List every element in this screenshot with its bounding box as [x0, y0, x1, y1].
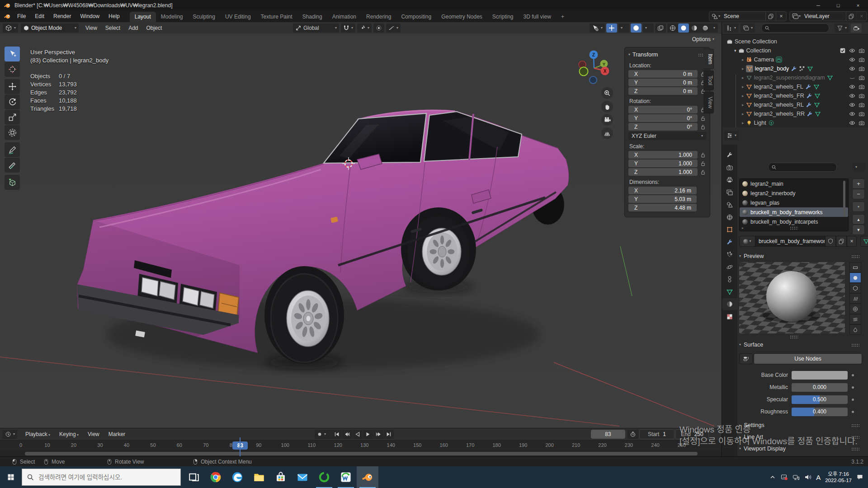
options-button[interactable]: Options▾ [692, 36, 714, 42]
orientation-dropdown[interactable]: Global ▾ [293, 23, 339, 33]
tool-select-box[interactable] [5, 47, 20, 61]
rotation-z-field[interactable]: Z0° [628, 123, 698, 131]
outliner-row-legran2_body[interactable]: ▸legran2_body [722, 64, 868, 73]
list-resize-grip[interactable] [790, 226, 798, 230]
volume-icon[interactable] [804, 474, 811, 481]
properties-tab-scene[interactable] [722, 199, 737, 211]
viewlayer-copy-button[interactable] [846, 12, 856, 21]
camera-toggle-icon[interactable] [859, 75, 865, 81]
camera-toggle-icon[interactable] [859, 93, 865, 99]
shading-wireframe-button[interactable] [667, 23, 678, 33]
dimensions-z-field[interactable]: Z4.48 m [628, 204, 697, 211]
tool-scale[interactable] [5, 110, 20, 125]
falloff-dropdown[interactable]: ▾ [386, 23, 401, 33]
properties-tab-particles[interactable] [722, 249, 737, 260]
eye-toggle-icon[interactable] [849, 84, 855, 90]
camera-toggle-icon[interactable] [859, 111, 865, 117]
maximize-button[interactable]: □ [828, 0, 848, 10]
line-art-section-header[interactable]: ▸Line Art [739, 433, 861, 441]
tab-modeling[interactable]: Modeling [156, 12, 188, 22]
lock-icon[interactable] [700, 124, 706, 130]
timeline-editor-type-button[interactable]: ▾ [3, 430, 17, 439]
tab-sculpting[interactable]: Sculpting [188, 12, 220, 22]
slot-move-down-button[interactable]: ▼ [852, 225, 865, 235]
settings-section-header[interactable]: ▸Settings [739, 421, 861, 429]
preview-resize-grip[interactable] [790, 335, 798, 338]
taskbar-search[interactable] [22, 469, 181, 486]
outliner-item-label[interactable]: Light [754, 120, 766, 126]
collapse-icon[interactable]: ▾ [628, 53, 630, 56]
disclosure-icon[interactable]: ▸ [742, 112, 744, 116]
preview-type-cloth-button[interactable] [849, 314, 861, 324]
slot-expand-icon[interactable]: ▸ [742, 226, 744, 230]
outliner-row-scene-collection[interactable]: Scene Collection [722, 37, 868, 46]
play-button[interactable] [363, 430, 373, 439]
outliner-search[interactable] [761, 23, 829, 33]
xray-toggle[interactable] [655, 23, 666, 33]
next-keyframe-button[interactable] [373, 430, 383, 439]
eye-toggle-icon[interactable] [849, 93, 855, 99]
network-icon[interactable] [793, 474, 800, 481]
snap-target-dropdown[interactable]: ▾ [357, 23, 372, 33]
properties-tab-world[interactable] [722, 211, 737, 223]
shading-dropdown[interactable]: ▾ [711, 23, 718, 33]
properties-tab-constraint[interactable] [722, 273, 737, 285]
camera-toggle-icon[interactable] [859, 120, 865, 126]
ime-indicator[interactable]: A [816, 474, 821, 481]
properties-tab-render[interactable] [722, 162, 737, 174]
slot-list-scrollbar[interactable] [843, 181, 845, 217]
menu-render[interactable]: Render [49, 10, 75, 22]
lock-icon[interactable] [700, 152, 706, 158]
close-button[interactable]: × [848, 0, 868, 10]
scene-selector[interactable]: ▾ Scene × [709, 11, 787, 21]
scene-unlink-button[interactable]: × [776, 12, 786, 21]
menu-help[interactable]: Help [104, 10, 124, 22]
properties-tab-viewlayer[interactable] [722, 187, 737, 198]
slot-move-up-button[interactable]: ▲ [852, 214, 865, 225]
animate-dot[interactable] [852, 386, 854, 389]
taskbar-app-store[interactable] [270, 466, 292, 488]
snap-toggle[interactable]: ▾ [341, 23, 355, 33]
tool-add-cube[interactable] [5, 175, 20, 190]
material-slot-3[interactable]: legvan_plas [740, 198, 848, 207]
tab-uv-editing[interactable]: UV Editing [220, 12, 256, 22]
eye-toggle-icon[interactable] [849, 66, 855, 72]
eye-toggle-icon[interactable] [849, 111, 855, 117]
tab-layout[interactable]: Layout [130, 12, 156, 22]
outliner-row-collection[interactable]: ▾Collection [722, 46, 868, 55]
start-button[interactable] [0, 466, 22, 488]
end-frame-field[interactable]: End250 [675, 429, 709, 439]
scale-z-field[interactable]: Z1.000 [628, 168, 698, 176]
properties-tab-tool[interactable] [722, 149, 737, 161]
tab-shading[interactable]: Shading [297, 12, 327, 22]
outliner-editor-type-button[interactable]: ▾ [724, 23, 738, 33]
timeline-menu-view[interactable]: View [83, 428, 104, 440]
viewlayer-selector[interactable]: ▾ ViewLayer × [789, 11, 867, 21]
mode-dropdown[interactable]: Object Mode ▾ [21, 23, 79, 33]
disclosure-icon[interactable]: ▸ [742, 85, 744, 89]
blender-menu-icon[interactable] [4, 13, 11, 20]
tool-measure[interactable] [5, 158, 20, 173]
material-name-field[interactable]: bruckell_m_body_framewor... [755, 236, 825, 247]
eye-toggle-icon[interactable] [849, 102, 855, 108]
camera-toggle-icon[interactable] [859, 102, 865, 108]
jump-to-end-button[interactable] [384, 430, 394, 439]
camera-toggle-icon[interactable] [859, 56, 865, 63]
outliner-row-legran2_wheels_fr[interactable]: ▸legran2_wheels_FR [722, 91, 868, 100]
location-y-field[interactable]: Y0 m [628, 79, 698, 86]
taskbar-app-edge[interactable] [226, 466, 248, 488]
navigation-gizmo[interactable]: Z Y X [578, 47, 618, 87]
animate-dot[interactable] [852, 399, 854, 401]
disclosure-icon[interactable]: ▾ [734, 49, 736, 53]
disclosure-icon[interactable]: ▸ [742, 58, 744, 62]
properties-tab-texture[interactable] [722, 311, 737, 323]
jump-to-start-button[interactable] [332, 430, 342, 439]
outliner-filter-button[interactable]: ▾ [835, 23, 849, 33]
playhead-line[interactable] [240, 437, 241, 457]
outliner-item-label[interactable]: legran2_wheels_FL [754, 84, 803, 90]
outliner-item-label[interactable]: Camera [754, 56, 774, 63]
preview-type-sphere-button[interactable] [849, 272, 861, 283]
properties-tab-object[interactable] [722, 224, 737, 235]
rotation-x-field[interactable]: X0° [628, 106, 698, 113]
timeline-scrollbar[interactable] [25, 452, 698, 455]
